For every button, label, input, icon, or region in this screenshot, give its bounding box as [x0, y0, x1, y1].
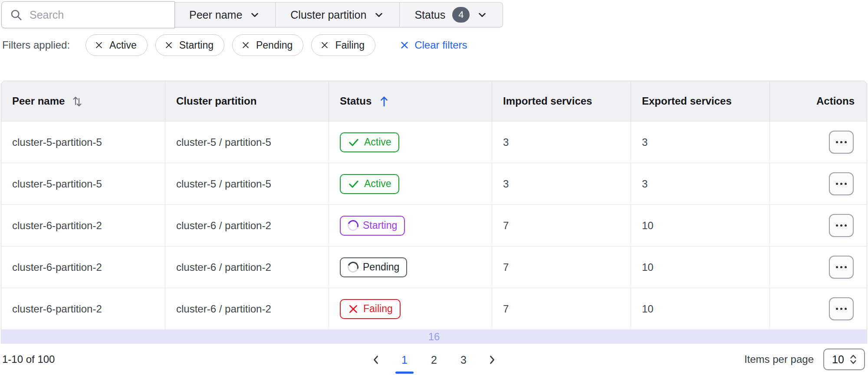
filter-dropdown-label: Peer name: [189, 9, 242, 21]
previous-page-button[interactable]: [368, 352, 383, 368]
check-icon: [348, 178, 360, 190]
filter-dropdown-button[interactable]: Status 4: [400, 2, 503, 27]
filter-chip[interactable]: Failing: [311, 34, 375, 56]
filter-dropdown-label: Status: [414, 9, 445, 21]
sort-both-icon[interactable]: [72, 94, 83, 108]
status-label: Failing: [363, 303, 393, 315]
column-header-peer-name[interactable]: Peer name: [1, 81, 165, 121]
status-label: Active: [364, 136, 391, 148]
sort-ascending-icon[interactable]: [378, 95, 390, 108]
items-range-text: 1-10 of 100: [2, 353, 55, 365]
peer-name-value: cluster-5-partition-5: [12, 136, 102, 148]
cell-imported-services: 3: [492, 163, 631, 204]
page-buttons: 1 2 3: [396, 352, 472, 368]
status-label: Pending: [363, 261, 399, 273]
search-icon: [10, 8, 23, 21]
filter-chip[interactable]: Starting: [155, 34, 224, 56]
filter-dropdown-button[interactable]: Cluster partition: [276, 2, 400, 27]
page-button[interactable]: 2: [426, 352, 442, 368]
stepper-icon: [848, 353, 859, 365]
exported-services-value: 3: [642, 178, 648, 190]
ellipsis-icon: [836, 224, 838, 227]
cell-actions: [770, 288, 867, 329]
cell-peer-name: cluster-5-partition-5: [1, 122, 165, 163]
cell-cluster-partition: cluster-6 / partition-2: [165, 205, 329, 246]
cell-status: Active: [329, 122, 492, 163]
clear-filters-label: Clear filters: [414, 39, 467, 51]
exported-services-value: 10: [642, 261, 654, 273]
ellipsis-icon: [836, 141, 838, 143]
ellipsis-icon: [836, 183, 838, 185]
filter-chip[interactable]: Active: [85, 34, 148, 56]
remove-filter-icon[interactable]: [164, 41, 173, 49]
row-actions-button[interactable]: [829, 172, 854, 195]
cluster-partition-value: cluster-5 / partition-5: [176, 136, 271, 148]
status-label: Active: [364, 178, 391, 190]
search-box[interactable]: [1, 1, 175, 28]
datagrid-footer: 1-10 of 100 1 2 3 Items per page 10: [0, 344, 868, 375]
remove-filter-icon[interactable]: [241, 41, 250, 49]
row-actions-button[interactable]: [829, 131, 854, 154]
next-page-button[interactable]: [485, 352, 500, 368]
cell-peer-name: cluster-6-partition-2: [1, 205, 165, 246]
table-row: cluster-6-partition-2 cluster-6 / partit…: [1, 288, 867, 329]
page-button[interactable]: 3: [455, 352, 472, 368]
filter-chip-label: Failing: [335, 39, 365, 51]
status-badge: Active: [340, 174, 399, 194]
filter-button-group: Peer name Cluster partition Status 4: [174, 2, 503, 27]
status-label: Starting: [363, 220, 397, 231]
search-input[interactable]: [30, 9, 167, 21]
cell-peer-name: cluster-6-partition-2: [1, 288, 165, 329]
cell-status: Failing: [329, 288, 492, 329]
cell-actions: [770, 163, 867, 204]
cell-imported-services: 7: [492, 247, 631, 288]
remove-filter-icon[interactable]: [95, 41, 103, 49]
table-row: cluster-6-partition-2 cluster-6 / partit…: [1, 204, 867, 246]
column-header-status[interactable]: Status: [329, 81, 492, 121]
page-button[interactable]: 1: [396, 352, 413, 368]
cell-exported-services: 10: [631, 288, 770, 329]
filter-count-badge: 4: [452, 7, 470, 23]
filter-toolbar: Peer name Cluster partition Status 4: [1, 1, 868, 28]
datagrid: Peer name Cluster partition Status Impor…: [1, 81, 867, 329]
row-actions-button[interactable]: [829, 214, 854, 237]
filter-chip-label: Pending: [256, 39, 293, 51]
cell-peer-name: cluster-5-partition-5: [1, 163, 165, 204]
datagrid-wrapper: Peer name Cluster partition Status Impor…: [0, 81, 868, 344]
filter-chips: Active Starting Pending Failing: [85, 34, 375, 56]
cell-exported-services: 3: [631, 163, 770, 204]
items-per-page-select[interactable]: 10: [823, 349, 865, 370]
status-badge: Failing: [340, 299, 401, 319]
remove-filter-icon[interactable]: [320, 41, 329, 49]
cell-imported-services: 3: [492, 122, 631, 163]
filters-applied-row: Filters applied: Active Starting Pen: [2, 34, 868, 56]
exported-services-value: 3: [642, 136, 648, 148]
cell-actions: [770, 247, 867, 288]
spinner-icon: [348, 262, 358, 273]
cell-cluster-partition: cluster-5 / partition-5: [165, 122, 329, 163]
items-per-page: Items per page 10: [744, 349, 865, 370]
column-header-exported-services[interactable]: Exported services: [631, 81, 770, 121]
clear-filters-link[interactable]: Clear filters: [400, 39, 467, 51]
row-actions-button[interactable]: [829, 256, 854, 279]
filter-dropdown-button[interactable]: Peer name: [174, 2, 276, 27]
column-header-actions: Actions: [770, 81, 867, 121]
peer-name-value: cluster-5-partition-5: [12, 178, 102, 190]
ellipsis-icon: [836, 308, 838, 310]
x-icon: [348, 303, 359, 315]
cluster-partition-value: cluster-6 / partition-2: [176, 220, 271, 232]
column-label: Cluster partition: [176, 95, 256, 107]
load-more-indicator-bar: 16: [1, 329, 867, 344]
column-header-cluster-partition[interactable]: Cluster partition: [165, 81, 329, 121]
table-row: cluster-5-partition-5 cluster-5 / partit…: [1, 121, 867, 163]
cell-peer-name: cluster-6-partition-2: [1, 247, 165, 288]
table-row: cluster-6-partition-2 cluster-6 / partit…: [1, 246, 867, 288]
cell-status: Pending: [329, 247, 492, 288]
cell-cluster-partition: cluster-6 / partition-2: [165, 288, 329, 329]
cell-status: Active: [329, 163, 492, 204]
imported-services-value: 7: [503, 261, 509, 273]
filter-dropdown-label: Cluster partition: [290, 9, 366, 21]
row-actions-button[interactable]: [829, 297, 854, 320]
column-header-imported-services[interactable]: Imported services: [492, 81, 631, 121]
filter-chip[interactable]: Pending: [232, 34, 303, 56]
